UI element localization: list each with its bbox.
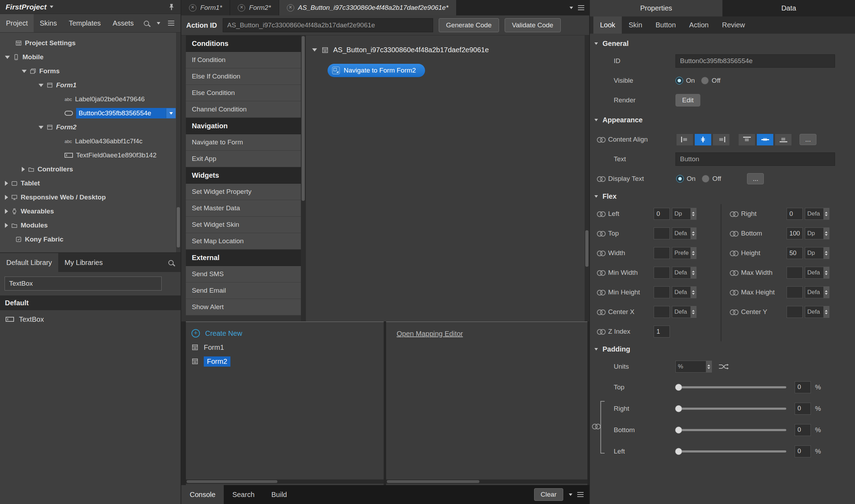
- tab-list-dropdown-icon[interactable]: [570, 7, 573, 9]
- z-index-input[interactable]: [654, 326, 670, 338]
- align-right-button[interactable]: [713, 134, 730, 146]
- binding-chain-icon[interactable]: [730, 251, 738, 256]
- project-selector[interactable]: FirstProject: [6, 3, 47, 11]
- section-padding[interactable]: Padding: [590, 341, 855, 357]
- collapse-arrow-icon[interactable]: [22, 167, 25, 172]
- tab-action[interactable]: Action: [682, 16, 715, 34]
- palette-item-show-alert[interactable]: Show Alert: [186, 299, 301, 315]
- shuffle-icon[interactable]: [718, 363, 729, 370]
- display-text-off-radio[interactable]: [702, 175, 709, 183]
- slider-thumb[interactable]: [675, 384, 682, 391]
- action-root-node[interactable]: AS_Button_i97c3300860e4f48a2b17daef2e906…: [312, 46, 489, 54]
- library-section-header[interactable]: Default: [0, 295, 181, 310]
- flex-top-unit-select[interactable]: Defa: [672, 227, 696, 239]
- expand-arrow-icon[interactable]: [5, 56, 10, 59]
- stepper-icon[interactable]: [823, 247, 829, 259]
- tree-item-form2[interactable]: Form2: [0, 120, 181, 134]
- stepper-icon[interactable]: [823, 267, 829, 278]
- collapse-arrow-icon[interactable]: [5, 223, 8, 228]
- forms-horizontal-scrollbar[interactable]: [186, 479, 384, 484]
- console-menu-icon[interactable]: [577, 494, 584, 495]
- tree-item-label2-widget[interactable]: Label0a436abbf1c7f4c: [0, 134, 181, 148]
- tree-item-modules[interactable]: Modules: [0, 218, 181, 232]
- expand-arrow-icon[interactable]: [39, 84, 43, 87]
- flex-center-y-unit-select[interactable]: Defa: [805, 306, 829, 318]
- tab-search[interactable]: Search: [224, 485, 263, 504]
- palette-item-set-map-location[interactable]: Set Map Location: [186, 233, 301, 250]
- tab-console[interactable]: Console: [181, 485, 224, 504]
- widget-id-input[interactable]: [675, 54, 835, 68]
- content-align-more-button[interactable]: ...: [800, 134, 816, 145]
- collapse-arrow-icon[interactable]: [5, 209, 8, 214]
- flex-max-height-unit-select[interactable]: Defa: [805, 286, 829, 298]
- padding-top-input[interactable]: [795, 381, 811, 393]
- tree-item-responsive-web[interactable]: Responsive Web / Desktop: [0, 190, 181, 204]
- tab-form2-doc[interactable]: Form2*: [230, 0, 279, 15]
- flex-height-input[interactable]: [787, 247, 803, 259]
- tree-scrollbar[interactable]: [176, 33, 181, 252]
- flex-max-width-input[interactable]: [787, 267, 803, 279]
- valign-middle-button[interactable]: [756, 134, 774, 146]
- tree-item-tablet[interactable]: Tablet: [0, 176, 181, 190]
- slider-thumb[interactable]: [675, 448, 682, 455]
- padding-units-select[interactable]: %: [675, 361, 712, 373]
- flex-center-y-input[interactable]: [787, 306, 803, 318]
- section-collapse-icon[interactable]: [594, 348, 598, 350]
- tree-item-mobile[interactable]: Mobile: [0, 50, 181, 64]
- expand-arrow-icon[interactable]: [39, 126, 43, 129]
- palette-item-else-if-condition[interactable]: Else If Condition: [186, 68, 301, 85]
- binding-chain-icon[interactable]: [597, 231, 605, 236]
- stepper-icon[interactable]: [690, 247, 696, 259]
- search-icon[interactable]: [144, 21, 149, 26]
- tab-look[interactable]: Look: [593, 16, 622, 34]
- flex-min-width-unit-select[interactable]: Defa: [672, 267, 696, 279]
- flex-right-input[interactable]: [787, 208, 803, 220]
- flex-min-height-unit-select[interactable]: Defa: [672, 286, 696, 298]
- tab-project[interactable]: Project: [0, 14, 34, 32]
- flex-width-input[interactable]: [654, 247, 670, 259]
- valign-top-button[interactable]: [738, 134, 755, 146]
- mapping-horizontal-scrollbar[interactable]: [386, 479, 587, 484]
- flex-center-x-input[interactable]: [654, 306, 670, 318]
- form-list-item-form1[interactable]: Form1: [186, 340, 384, 354]
- palette-item-set-master-data[interactable]: Set Master Data: [186, 200, 301, 217]
- binding-chain-icon[interactable]: [597, 290, 605, 295]
- binding-chain-icon[interactable]: [730, 270, 738, 275]
- tab-templates[interactable]: Templates: [63, 14, 107, 32]
- tab-menu-icon[interactable]: [578, 7, 584, 8]
- valign-bottom-button[interactable]: [775, 134, 792, 146]
- slider-thumb[interactable]: [675, 427, 682, 434]
- context-dropdown-icon[interactable]: [166, 108, 176, 118]
- palette-item-navigate-to-form[interactable]: Navigate to Form: [186, 134, 301, 151]
- stepper-icon[interactable]: [823, 287, 829, 298]
- canvas-scrollbar[interactable]: [585, 35, 589, 321]
- tab-skins[interactable]: Skins: [34, 14, 63, 32]
- flex-bottom-input[interactable]: [787, 227, 803, 239]
- open-mapping-editor-link[interactable]: Open Mapping Editor: [397, 330, 463, 338]
- action-canvas[interactable]: AS_Button_i97c3300860e4f48a2b17daef2e906…: [305, 35, 589, 321]
- tab-action-doc[interactable]: AS_Button_i97c3300860e4f48a2b17daef2e906…: [279, 0, 457, 15]
- binding-chain-icon[interactable]: [597, 270, 605, 275]
- palette-item-channel-condition[interactable]: Channel Condition: [186, 101, 301, 118]
- button-text-input[interactable]: [675, 152, 835, 166]
- section-flex[interactable]: Flex: [590, 189, 855, 204]
- library-search-input[interactable]: [5, 277, 162, 291]
- expand-arrow-icon[interactable]: [22, 70, 27, 73]
- padding-chain-icon[interactable]: [592, 424, 600, 429]
- display-text-more-button[interactable]: ...: [747, 173, 764, 184]
- section-collapse-icon[interactable]: [594, 119, 598, 121]
- scrollbar-thumb[interactable]: [187, 480, 277, 483]
- binding-chain-icon[interactable]: [597, 137, 605, 142]
- navigate-action-node[interactable]: Navigate to Form Form2: [328, 64, 425, 77]
- flex-max-width-unit-select[interactable]: Defa: [805, 267, 829, 279]
- tab-review[interactable]: Review: [715, 16, 752, 34]
- library-search-icon[interactable]: [168, 260, 174, 265]
- flex-min-height-input[interactable]: [654, 286, 670, 298]
- binding-chain-icon[interactable]: [597, 329, 605, 334]
- flex-width-unit-select[interactable]: Prefe: [672, 247, 696, 259]
- visible-on-radio[interactable]: [675, 77, 683, 84]
- clear-console-button[interactable]: Clear: [534, 488, 563, 501]
- palette-item-exit-app[interactable]: Exit App: [186, 151, 301, 167]
- binding-chain-icon[interactable]: [597, 309, 605, 314]
- menu-icon[interactable]: [168, 23, 174, 24]
